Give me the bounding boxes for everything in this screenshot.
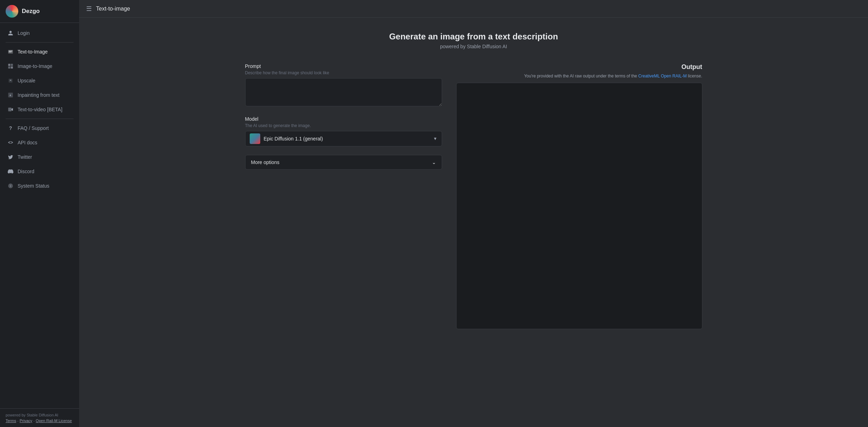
app-title: Dezgo [22, 8, 40, 15]
page-heading: Generate an image from a text descriptio… [100, 32, 847, 49]
main-subheading: powered by Stable Diffusion AI [100, 44, 847, 49]
sidebar-item-label: Image-to-Image [18, 63, 52, 69]
dropdown-arrow-icon: ▼ [433, 136, 438, 141]
upscale-icon [7, 77, 14, 84]
login-button[interactable]: Login [1, 26, 78, 40]
sidebar-item-label: FAQ / Support [18, 125, 49, 131]
more-options-label: More options [251, 159, 280, 165]
image-to-image-icon [7, 63, 14, 70]
sidebar-item-inpainting[interactable]: Inpainting from text [1, 88, 78, 102]
terms-link[interactable]: Terms [6, 419, 16, 423]
prompt-label: Prompt [245, 63, 442, 69]
svg-rect-3 [8, 64, 10, 66]
sidebar-footer: powered by Stable Diffusion AI Terms - P… [0, 408, 79, 427]
sidebar-item-label: API docs [18, 140, 37, 145]
person-icon [7, 30, 14, 37]
discord-icon [7, 168, 14, 175]
model-hint: The AI used to generate the image. [245, 123, 442, 128]
sidebar-item-twitter[interactable]: Twitter [1, 150, 78, 164]
svg-rect-4 [11, 64, 13, 66]
video-icon [7, 106, 14, 113]
model-thumbnail [250, 133, 260, 144]
code-icon: <> [7, 139, 14, 146]
prompt-hint: Describe how the final image should look… [245, 70, 442, 75]
model-selected-name: Epic Diffusion 1.1 (general) [264, 136, 433, 142]
svg-rect-2 [9, 52, 12, 52]
nav-divider-top [6, 42, 74, 43]
sidebar-item-upscale[interactable]: Upscale [1, 74, 78, 88]
app-logo [6, 5, 18, 18]
svg-rect-5 [8, 67, 10, 69]
sidebar-item-discord[interactable]: Discord [1, 164, 78, 178]
main-content: Generate an image from a text descriptio… [79, 18, 868, 427]
login-label: Login [18, 30, 30, 36]
privacy-link[interactable]: Privacy [20, 419, 32, 423]
nav-divider-mid [6, 119, 74, 119]
left-panel: Prompt Describe how the final image shou… [245, 63, 442, 329]
sidebar-item-label: Discord [18, 169, 34, 174]
sidebar-item-label: Text-to-Image [18, 49, 48, 55]
top-bar-title: Text-to-image [96, 6, 130, 12]
sidebar-item-label: Inpainting from text [18, 92, 59, 98]
sidebar-item-system-status[interactable]: System Status [1, 179, 78, 193]
model-label: Model [245, 116, 442, 122]
info-icon [7, 182, 14, 189]
prompt-textarea[interactable] [245, 78, 442, 106]
output-info: You're provided with the AI raw output u… [456, 74, 702, 79]
main-heading: Generate an image from a text descriptio… [100, 32, 847, 42]
svg-rect-1 [9, 51, 13, 51]
faq-icon: ? [7, 125, 14, 132]
output-info-text: You're provided with the AI raw output u… [524, 74, 637, 79]
sidebar-item-api-docs[interactable]: <> API docs [1, 136, 78, 150]
content-layout: Prompt Describe how the final image shou… [245, 63, 702, 329]
sidebar-item-label: Twitter [18, 154, 32, 160]
right-panel: Output You're provided with the AI raw o… [456, 63, 702, 329]
twitter-icon [7, 153, 14, 161]
powered-by-text: powered by Stable Diffusion AI [6, 413, 74, 417]
sidebar-item-label: Upscale [18, 78, 36, 83]
sidebar-item-image-to-image[interactable]: Image-to-Image [1, 59, 78, 73]
text-to-image-icon [7, 48, 14, 55]
svg-rect-8 [8, 108, 11, 112]
sidebar-item-text-to-video[interactable]: Text-to-video [BETA] [1, 102, 78, 117]
sidebar-item-text-to-image[interactable]: Text-to-Image [1, 45, 78, 59]
sidebar-item-label: Text-to-video [BETA] [18, 107, 62, 112]
license-link[interactable]: Open Rail-M License [36, 419, 72, 423]
output-heading: Output [456, 63, 702, 71]
more-options-chevron-icon: ⌄ [432, 159, 436, 165]
svg-rect-6 [11, 67, 13, 69]
sidebar-item-faq[interactable]: ? FAQ / Support [1, 121, 78, 135]
inpainting-icon [7, 92, 14, 99]
output-section: Output You're provided with the AI raw o… [456, 63, 702, 329]
output-canvas [456, 83, 702, 329]
sidebar: Dezgo Login Text-to-Image Image-to-Image [0, 0, 79, 427]
hamburger-icon[interactable]: ☰ [86, 5, 92, 13]
model-select[interactable]: Epic Diffusion 1.1 (general) ▼ [245, 131, 442, 146]
top-bar: ☰ Text-to-image [79, 0, 868, 18]
sidebar-nav: Login Text-to-Image Image-to-Image Upsca… [0, 23, 79, 408]
sidebar-header: Dezgo [0, 0, 79, 23]
model-field-group: Model The AI used to generate the image.… [245, 116, 442, 146]
sidebar-item-label: System Status [18, 183, 49, 189]
more-options-bar[interactable]: More options ⌄ [245, 155, 442, 170]
creativeml-license-link[interactable]: CreativeML Open RAIL-M [638, 74, 687, 79]
output-info-suffix: license. [688, 74, 702, 79]
prompt-field-group: Prompt Describe how the final image shou… [245, 63, 442, 108]
